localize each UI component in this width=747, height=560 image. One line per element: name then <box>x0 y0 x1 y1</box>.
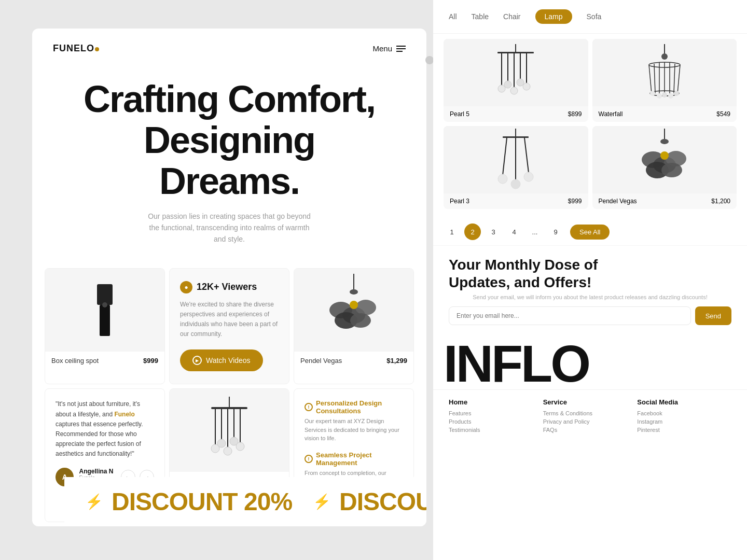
right-product-image-pearl5 <box>444 39 588 106</box>
right-product-info-pendel-right: Pendel Vegas $1,200 <box>592 193 737 209</box>
svg-rect-0 <box>97 284 113 305</box>
tab-sofa[interactable]: Sofa <box>587 10 602 23</box>
svg-point-34 <box>523 83 530 90</box>
pagination: 1 2 3 4 ... 9 See All <box>433 218 747 245</box>
page-4[interactable]: 4 <box>506 223 522 240</box>
tab-chair[interactable]: Chair <box>503 10 520 23</box>
footer-link-terms[interactable]: Terms & Conditions <box>543 410 638 416</box>
watch-videos-button[interactable]: ▶ Watch Videos <box>180 349 263 371</box>
right-product-row-1: Pearl 5 $899 <box>444 39 737 122</box>
right-product-price: $899 <box>568 110 582 118</box>
page-9[interactable]: 9 <box>547 223 564 240</box>
footer-link-faqs[interactable]: FAQs <box>543 427 638 433</box>
footer-heading-home: Home <box>449 398 543 406</box>
svg-point-10 <box>350 301 358 309</box>
right-product-info-pearl3: Pearl 3 $999 <box>444 193 588 209</box>
see-all-button[interactable]: See All <box>570 225 610 240</box>
right-product-image-pendel <box>592 126 737 193</box>
svg-line-41 <box>674 64 675 93</box>
svg-point-48 <box>662 92 667 97</box>
svg-point-56 <box>498 174 507 184</box>
product-card-box-ceiling[interactable]: Box ceiling spot $999 <box>45 268 165 385</box>
right-products-grid: Pearl 5 $899 <box>433 34 747 218</box>
footer-heading-social: Social Media <box>637 398 731 406</box>
footer-link-instagram[interactable]: Instagram <box>637 418 731 425</box>
svg-point-32 <box>510 87 518 94</box>
page-ellipsis: ... <box>527 223 543 240</box>
menu-label: Menu <box>372 44 392 53</box>
left-panel: FUNELO Menu Crafting Comfort, Designing … <box>32 29 426 526</box>
product-card-pendel-vegas[interactable]: Pendel Vegas $1,299 <box>294 268 414 385</box>
newsletter-subtitle: Send your email, we will inform you abou… <box>449 294 731 300</box>
right-product-row-2: Pearl 3 $999 <box>444 126 737 209</box>
tab-table[interactable]: Table <box>472 10 489 23</box>
logo[interactable]: FUNELO <box>53 43 99 54</box>
feature-item-1: ! Personalized Design Consultations Our … <box>305 399 403 443</box>
right-product-name: Pendel Vegas <box>599 198 637 205</box>
email-input[interactable] <box>449 306 691 325</box>
big-logo: INFLO <box>433 338 747 389</box>
menu-button[interactable]: Menu <box>372 44 406 53</box>
logo-dot <box>95 47 99 51</box>
tab-lamp[interactable]: Lamp <box>535 9 572 24</box>
tab-all[interactable]: All <box>449 10 457 23</box>
right-product-pearl3[interactable]: Pearl 3 $999 <box>444 126 588 209</box>
footer-col-service: Service Terms & Conditions Privacy and P… <box>543 398 638 435</box>
viewer-description: We're excited to share the diverse persp… <box>180 300 279 340</box>
discount-banner: ⚡ DISCOUNT 20% ⚡ DISCOUNT 20% ⚡ DIS <box>64 477 426 526</box>
product-info-box-ceiling: Box ceiling spot $999 <box>45 352 164 370</box>
alert-icon-1: ! <box>305 403 313 411</box>
right-product-waterfall[interactable]: Waterfall $549 <box>592 39 737 122</box>
send-button[interactable]: Send <box>695 306 731 325</box>
product-name: Box ceiling spot <box>51 357 99 365</box>
svg-line-38 <box>649 65 652 93</box>
product-name: Pendel Vegas <box>300 357 342 365</box>
viewer-card: ● 12K+ Viewers We're excited to share th… <box>169 268 289 385</box>
discount-item-1: ⚡ DISCOUNT 20% <box>85 487 292 516</box>
footer-col-social: Social Media Facebook Instagram Pinteres… <box>637 398 731 435</box>
page-2[interactable]: 2 <box>464 223 481 240</box>
right-product-image-waterfall <box>592 39 737 106</box>
footer-link-features[interactable]: Features <box>449 410 543 416</box>
eye-icon: ● <box>180 281 192 293</box>
svg-line-39 <box>677 65 680 93</box>
svg-point-47 <box>657 93 662 99</box>
product-image-pearl5 <box>170 389 289 472</box>
footer-col-home: Home Features Products Testimonials <box>449 398 543 435</box>
page-1[interactable]: 1 <box>444 223 460 240</box>
right-product-name: Pearl 5 <box>450 110 469 118</box>
footer-link-products[interactable]: Products <box>449 418 543 425</box>
right-product-price: $1,200 <box>711 198 730 205</box>
footer-link-testimonials[interactable]: Testimonials <box>449 427 543 433</box>
svg-point-49 <box>668 93 673 99</box>
svg-rect-1 <box>100 305 110 336</box>
svg-rect-24 <box>497 52 534 53</box>
right-panel: All Table Chair Lamp Sofa <box>433 0 747 560</box>
hero-description: Our passion lies in creating spaces that… <box>146 211 312 245</box>
svg-line-53 <box>503 138 507 175</box>
page-3[interactable]: 3 <box>485 223 502 240</box>
svg-point-20 <box>224 447 232 455</box>
newsletter-section: Your Monthly Dose of Updates, and Offers… <box>433 245 747 333</box>
svg-point-22 <box>236 442 244 451</box>
feature-desc-1: Our expert team at XYZ Design Services i… <box>305 417 403 443</box>
svg-point-4 <box>350 289 358 295</box>
right-product-pearl5[interactable]: Pearl 5 $899 <box>444 39 588 122</box>
svg-point-30 <box>498 85 505 92</box>
svg-point-9 <box>350 313 371 328</box>
product-price: $999 <box>143 357 158 365</box>
right-product-name: Pearl 3 <box>450 198 469 205</box>
product-price: $1,299 <box>386 357 407 365</box>
footer-links: Home Features Products Testimonials Serv… <box>433 389 747 443</box>
footer-link-pinterest[interactable]: Pinterest <box>637 427 731 433</box>
scroll-indicator <box>425 56 434 64</box>
left-header: FUNELO Menu <box>32 29 426 68</box>
testimonial-text: "It's not just about furniture, it's abo… <box>56 399 154 459</box>
product-image-pendel <box>294 269 413 352</box>
newsletter-title: Your Monthly Dose of Updates, and Offers… <box>449 256 731 291</box>
footer-link-facebook[interactable]: Facebook <box>637 410 731 416</box>
right-product-price: $549 <box>716 110 730 118</box>
right-product-pendel[interactable]: Pendel Vegas $1,200 <box>592 126 737 209</box>
right-product-image-pearl3 <box>444 126 588 193</box>
footer-link-privacy[interactable]: Privacy and Policy <box>543 418 638 425</box>
